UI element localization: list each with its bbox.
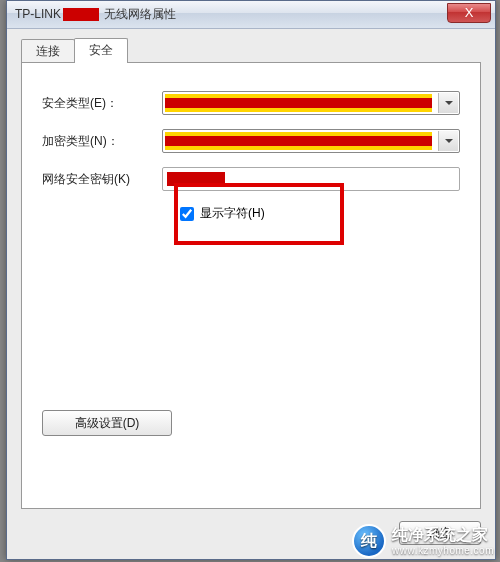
watermark-text: 纯净系统之家 www.kzmyhome.com [392, 525, 494, 556]
row-security-type: 安全类型(E)： [42, 91, 460, 115]
redacted-ssid [63, 8, 99, 21]
title-bar[interactable]: TP-LINK 无线网络属性 X [7, 1, 495, 29]
advanced-settings-button[interactable]: 高级设置(D) [42, 410, 172, 436]
label-network-key: 网络安全密钥(K) [42, 171, 162, 188]
title-suffix: 无线网络属性 [104, 7, 176, 21]
encryption-type-wrap [162, 129, 460, 153]
window-title: TP-LINK 无线网络属性 [15, 6, 176, 23]
row-encryption-type: 加密类型(N)： [42, 129, 460, 153]
chevron-down-icon[interactable] [438, 131, 458, 151]
tab-body-security: 安全类型(E)： 加密类型(N)： 网络安全 [21, 62, 481, 509]
properties-dialog: TP-LINK 无线网络属性 X 连接 安全 安全类型(E)： 加密类型(N)： [6, 0, 496, 560]
redacted-encryption-value [165, 132, 432, 150]
watermark-name: 纯净系统之家 [392, 525, 494, 544]
redacted-key-value [167, 172, 225, 186]
show-chars-checkbox[interactable] [180, 207, 194, 221]
row-show-chars: 显示字符(H) [180, 205, 460, 222]
network-key-input[interactable] [162, 167, 460, 191]
label-security-type: 安全类型(E)： [42, 95, 162, 112]
tab-connection[interactable]: 连接 [21, 39, 75, 63]
tab-security[interactable]: 安全 [74, 38, 128, 63]
security-type-select[interactable] [162, 91, 460, 115]
tab-strip: 连接 安全 [21, 41, 481, 63]
watermark: 纯 纯净系统之家 www.kzmyhome.com [352, 524, 494, 558]
watermark-logo-icon: 纯 [352, 524, 386, 558]
label-encryption-type: 加密类型(N)： [42, 133, 162, 150]
chevron-down-icon[interactable] [438, 93, 458, 113]
redacted-security-value [165, 94, 432, 112]
close-button[interactable]: X [447, 3, 491, 23]
security-type-wrap [162, 91, 460, 115]
label-show-chars: 显示字符(H) [200, 205, 265, 222]
tab-container: 连接 安全 安全类型(E)： 加密类型(N)： [21, 41, 481, 509]
watermark-url: www.kzmyhome.com [392, 545, 494, 557]
title-prefix: TP-LINK [15, 7, 61, 21]
encryption-type-select[interactable] [162, 129, 460, 153]
row-network-key: 网络安全密钥(K) [42, 167, 460, 191]
